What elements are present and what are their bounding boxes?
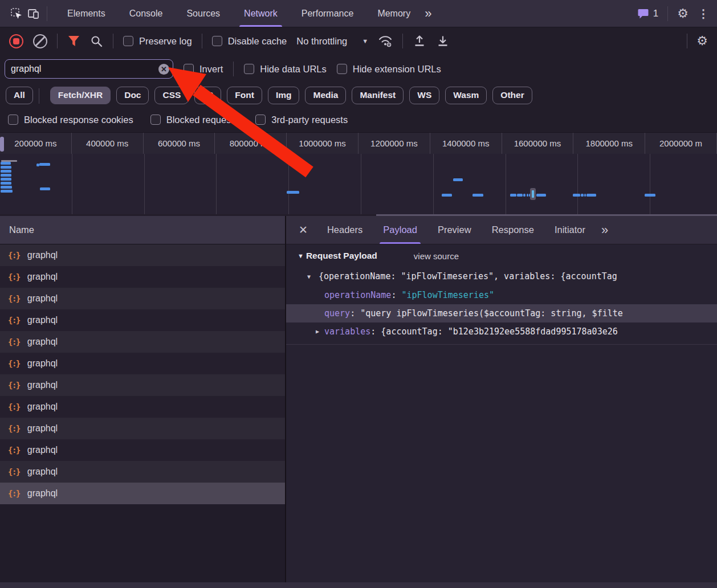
json-braces-icon: {:} <box>8 316 20 325</box>
request-bar <box>517 194 523 197</box>
timeline-tick-label: 1400000 ms <box>430 133 502 154</box>
resource-type-chip[interactable]: Doc <box>116 87 149 104</box>
request-bar <box>453 178 463 181</box>
expander-icon[interactable]: ▼ <box>307 267 311 286</box>
clear-filter-icon[interactable]: ✕ <box>158 64 169 75</box>
search-icon[interactable] <box>90 35 103 48</box>
kebab-menu-icon[interactable]: ⋮ <box>698 7 709 21</box>
details-tab[interactable]: Headers <box>327 216 362 244</box>
more-tabs-icon[interactable]: » <box>425 6 431 21</box>
network-request-row[interactable]: {:} graphql <box>0 461 285 483</box>
record-button[interactable] <box>9 34 23 48</box>
network-request-row[interactable]: {:} graphql <box>0 244 285 266</box>
network-request-row[interactable]: {:} graphql <box>0 483 285 504</box>
section-expander-icon[interactable]: ▼ <box>298 252 304 259</box>
resource-type-chip[interactable]: Manifest <box>352 87 404 104</box>
json-braces-icon: {:} <box>8 359 20 368</box>
checkbox <box>212 36 222 46</box>
extra-filter-checkbox[interactable]: Blocked response cookies <box>8 115 133 125</box>
disable-cache-checkbox[interactable]: Disable cache <box>212 36 287 47</box>
request-bar <box>510 194 516 197</box>
main-tab[interactable]: Network <box>244 0 278 27</box>
details-tab[interactable]: Payload <box>383 216 417 244</box>
inspect-element-icon[interactable] <box>8 5 25 22</box>
preserve-log-checkbox[interactable]: Preserve log <box>123 36 192 47</box>
waterfall[interactable] <box>0 154 717 214</box>
details-tab[interactable]: Response <box>492 216 534 244</box>
horizontal-scrollbar-track[interactable] <box>0 582 717 588</box>
extra-filter-checkbox[interactable]: Blocked requests <box>150 115 239 125</box>
details-tab[interactable]: Initiator <box>555 216 585 244</box>
json-braces-icon: {:} <box>8 272 20 281</box>
main-tab[interactable]: Console <box>129 0 163 27</box>
resource-type-chip[interactable]: CSS <box>154 87 189 104</box>
divider <box>667 6 668 21</box>
request-bar <box>1 174 11 177</box>
clear-button[interactable] <box>33 34 47 48</box>
network-settings-gear-icon[interactable]: ⚙ <box>696 35 708 47</box>
network-request-row[interactable]: {:} graphql <box>0 266 285 288</box>
network-request-row[interactable]: {:} graphql <box>0 288 285 309</box>
resource-type-chip[interactable]: Other <box>492 87 532 104</box>
details-tab[interactable]: Preview <box>438 216 471 244</box>
payload-entry-row[interactable]: query: "query ipFlowTimeseries($accountT… <box>286 304 717 322</box>
resource-type-chip[interactable]: All <box>6 87 33 104</box>
resource-type-chip[interactable]: Wasm <box>445 87 487 104</box>
close-icon[interactable]: ✕ <box>299 223 308 236</box>
expander-icon[interactable]: ▶ <box>316 322 319 341</box>
extra-filter-checkbox[interactable]: 3rd-party requests <box>255 115 348 125</box>
network-request-row[interactable]: {:} graphql <box>0 439 285 461</box>
throttling-select[interactable]: No throttling ▼ <box>296 36 368 47</box>
main-tab[interactable]: Memory <box>377 0 410 27</box>
issues-button[interactable]: 1 <box>637 7 658 19</box>
name-column-header[interactable]: Name <box>0 216 285 244</box>
divider <box>113 34 113 48</box>
overview-scroll-handle[interactable] <box>0 137 4 152</box>
filter-input[interactable] <box>5 59 173 79</box>
view-source-link[interactable]: view source <box>414 251 459 261</box>
network-request-row[interactable]: {:} graphql <box>0 309 285 331</box>
network-request-row[interactable]: {:} graphql <box>0 418 285 439</box>
payload-entry-row[interactable]: ▶ variables: {accountTag: "b12e3b2192ee5… <box>286 322 717 341</box>
main-tab[interactable]: Performance <box>302 0 354 27</box>
payload-view: ▼ Request Payload view source ▼ {operati… <box>286 244 717 345</box>
checkbox <box>337 64 347 74</box>
checkbox <box>8 115 18 125</box>
extra-filter-row: Blocked response cookies Blocked request… <box>0 107 717 132</box>
payload-summary-row[interactable]: ▼ {operationName: "ipFlowTimeseries", va… <box>286 267 717 286</box>
request-bar <box>1 182 11 185</box>
resource-type-chip[interactable]: WS <box>409 87 439 104</box>
hide-data-urls-checkbox[interactable]: Hide data URLs <box>244 64 326 75</box>
network-request-row[interactable]: {:} graphql <box>0 374 285 396</box>
resource-type-chip[interactable]: Media <box>305 87 346 104</box>
request-bar <box>287 191 299 194</box>
resource-type-chip[interactable]: Font <box>227 87 262 104</box>
details-tabs: HeadersPayloadPreviewResponseInitiator <box>317 216 596 244</box>
invert-checkbox[interactable]: Invert <box>184 64 223 75</box>
resource-type-chip[interactable]: Fetch/XHR <box>50 87 111 104</box>
main-tab[interactable]: Sources <box>186 0 220 27</box>
divider <box>402 34 403 48</box>
filter-funnel-icon[interactable] <box>67 35 80 48</box>
payload-entry-row[interactable]: operationName: "ipFlowTimeseries" <box>286 286 717 304</box>
hide-extension-urls-checkbox[interactable]: Hide extension URLs <box>337 64 441 75</box>
requests-panel: Name {:} graphql {:} graphql {:} graphql… <box>0 216 285 582</box>
main-tab[interactable]: Elements <box>67 0 105 27</box>
network-request-row[interactable]: {:} graphql <box>0 353 285 374</box>
network-request-row[interactable]: {:} graphql <box>0 396 285 418</box>
network-conditions-icon[interactable] <box>378 34 393 48</box>
settings-gear-icon[interactable]: ⚙ <box>677 7 689 20</box>
resource-type-chip[interactable]: JS <box>194 87 221 104</box>
network-request-row[interactable]: {:} graphql <box>0 331 285 353</box>
more-details-tabs-icon[interactable]: » <box>601 223 608 238</box>
timeline-tick-label: 1200000 ms <box>358 133 430 154</box>
request-bar <box>584 194 586 197</box>
details-tab-bar: ✕ HeadersPayloadPreviewResponseInitiator… <box>286 216 717 244</box>
request-bar <box>1 186 12 189</box>
divider <box>202 34 202 48</box>
device-toolbar-icon[interactable] <box>25 5 42 22</box>
export-har-icon[interactable] <box>436 34 450 48</box>
timeline-overview[interactable]: 200000 ms400000 ms600000 ms800000 ms1000… <box>0 132 717 216</box>
import-har-icon[interactable] <box>413 34 426 48</box>
resource-type-chip[interactable]: Img <box>268 87 300 104</box>
